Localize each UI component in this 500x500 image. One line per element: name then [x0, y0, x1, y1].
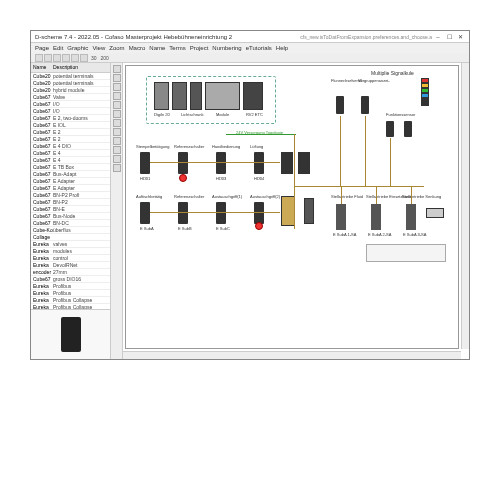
list-item[interactable]: Cube67BN-DC	[31, 220, 110, 227]
list-item[interactable]: Cube67BN-E	[31, 206, 110, 213]
menu-numbering[interactable]: Numbering	[212, 45, 241, 51]
drawtool-pan-icon[interactable]	[113, 137, 121, 145]
st3-block[interactable]	[216, 152, 226, 174]
st7-block[interactable]	[216, 202, 226, 224]
aux-block[interactable]	[304, 198, 314, 224]
canvas-area[interactable]: DigiIn 20 Lichtschrank Module RV2 ETC 24…	[123, 63, 469, 359]
distribution-block[interactable]	[281, 196, 295, 226]
list-item[interactable]: Cube67I/O	[31, 108, 110, 115]
actuator-1[interactable]	[336, 204, 346, 230]
list-item[interactable]: Cube67E 2, two-dooms	[31, 115, 110, 122]
tool-print-icon[interactable]	[62, 54, 70, 62]
menu-tutorials[interactable]: eTutorials	[246, 45, 272, 51]
list-item[interactable]: Cube67BN-P2	[31, 199, 110, 206]
minimize-button[interactable]: –	[433, 33, 443, 41]
connector-4[interactable]	[404, 121, 412, 137]
scrollbar-horizontal[interactable]	[123, 351, 461, 359]
connector-2[interactable]	[361, 96, 369, 114]
list-item[interactable]: Cube-Konfigüberflus	[31, 227, 110, 234]
terminal-strip[interactable]	[426, 208, 444, 218]
connector-1[interactable]	[336, 96, 344, 114]
list-item[interactable]: Cube67E 4	[31, 157, 110, 164]
list-item[interactable]: Cube20potential terminals	[31, 80, 110, 87]
tool-save-icon[interactable]	[53, 54, 61, 62]
drawtool-layer-icon[interactable]	[113, 164, 121, 172]
menu-macro[interactable]: Macro	[129, 45, 146, 51]
menu-terms[interactable]: Terms	[169, 45, 185, 51]
menu-page[interactable]: Page	[35, 45, 49, 51]
list-item[interactable]: Cube67E IOL	[31, 122, 110, 129]
list-item[interactable]: Cube20potential terminals	[31, 73, 110, 80]
drawtool-zoom-icon[interactable]	[113, 128, 121, 136]
drawtool-measure-icon[interactable]	[113, 146, 121, 154]
list-item[interactable]: Cube67E Adapter	[31, 185, 110, 192]
list-item[interactable]: Cube67E 2	[31, 129, 110, 136]
list-item[interactable]: Eurekavalves	[31, 241, 110, 248]
list-item[interactable]: Cube67E 4	[31, 150, 110, 157]
drawing-sheet[interactable]: DigiIn 20 Lichtschrank Module RV2 ETC 24…	[125, 65, 459, 349]
plc-module-5[interactable]	[243, 82, 263, 110]
st2-block[interactable]	[178, 152, 188, 174]
list-item[interactable]: Cube67E TB Box	[31, 164, 110, 171]
st5-block[interactable]	[140, 202, 150, 224]
actuator-2[interactable]	[371, 204, 381, 230]
junction-1[interactable]	[281, 152, 293, 174]
junction-2[interactable]	[298, 152, 310, 174]
menu-graphic[interactable]: Graphic	[67, 45, 88, 51]
list-item[interactable]: Cube20hybrid module	[31, 87, 110, 94]
list-item[interactable]: Cube67E 2	[31, 136, 110, 143]
drawtool-line-icon[interactable]	[113, 74, 121, 82]
list-item[interactable]: Eurekamodules	[31, 248, 110, 255]
maximize-button[interactable]: ☐	[444, 33, 454, 41]
list-item[interactable]: Cube67E 4 DIO	[31, 143, 110, 150]
plc-module-4[interactable]	[205, 82, 240, 110]
tool-redo-icon[interactable]	[80, 54, 88, 62]
list-item[interactable]: Cube67Bus-Adapt	[31, 171, 110, 178]
list-item[interactable]: Cube67Bus-Node	[31, 213, 110, 220]
list-item[interactable]: EurekaProfibus	[31, 283, 110, 290]
list-item[interactable]: Cube67gross DIO16	[31, 276, 110, 283]
sidebar-list[interactable]: Cube20potential terminalsCube20potential…	[31, 73, 110, 309]
list-item[interactable]: Cube67BN-P2 Profi	[31, 192, 110, 199]
list-item[interactable]: EurekaProfibus	[31, 290, 110, 297]
st8-block[interactable]	[254, 202, 264, 224]
plc-module-1[interactable]	[154, 82, 169, 110]
drawtool-rect-icon[interactable]	[113, 83, 121, 91]
tool-open-icon[interactable]	[44, 54, 52, 62]
actuator-3[interactable]	[406, 204, 416, 230]
menu-edit[interactable]: Edit	[53, 45, 63, 51]
tool-new-icon[interactable]	[35, 54, 43, 62]
estop-1[interactable]	[179, 174, 187, 182]
tool-undo-icon[interactable]	[71, 54, 79, 62]
list-item[interactable]: EurekaDevoIRNet	[31, 262, 110, 269]
list-item[interactable]: Eurekacontrol	[31, 255, 110, 262]
list-item[interactable]: Collage	[31, 234, 110, 241]
menu-project[interactable]: Project	[190, 45, 209, 51]
drawtool-grid-icon[interactable]	[113, 155, 121, 163]
plc-module-2[interactable]	[172, 82, 187, 110]
st4-block[interactable]	[254, 152, 264, 174]
list-item[interactable]: encoder27mm	[31, 269, 110, 276]
menu-zoom[interactable]: Zoom	[109, 45, 124, 51]
st1-block[interactable]	[140, 152, 150, 174]
list-item[interactable]: Cube67I/O	[31, 101, 110, 108]
drawtool-circle-icon[interactable]	[113, 92, 121, 100]
drawtool-text-icon[interactable]	[113, 101, 121, 109]
drawtool-symbol-icon[interactable]	[113, 119, 121, 127]
list-item[interactable]: Cube67Valve	[31, 94, 110, 101]
plc-module-3[interactable]	[190, 82, 202, 110]
menu-help[interactable]: Help	[276, 45, 288, 51]
estop-2[interactable]	[255, 222, 263, 230]
toolbar-field-2: 200	[101, 55, 109, 61]
list-item[interactable]: EurekaProfibus Collapse	[31, 297, 110, 304]
list-item[interactable]: Cube67E Adapter	[31, 178, 110, 185]
menu-view[interactable]: View	[92, 45, 105, 51]
close-button[interactable]: ✕	[455, 33, 465, 41]
st6-block[interactable]	[178, 202, 188, 224]
connector-3[interactable]	[386, 121, 394, 137]
signal-tower[interactable]	[421, 78, 429, 106]
drawtool-select-icon[interactable]	[113, 65, 121, 73]
drawtool-wire-icon[interactable]	[113, 110, 121, 118]
scrollbar-vertical[interactable]	[461, 63, 469, 349]
menu-name[interactable]: Name	[149, 45, 165, 51]
